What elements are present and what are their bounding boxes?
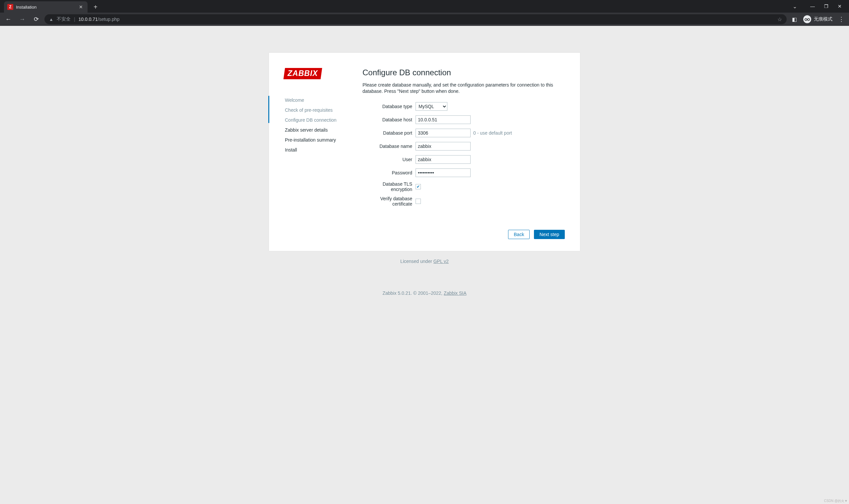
setup-main: Configure DB connection Please create da… <box>362 68 565 239</box>
setup-sidebar: ZABBIX Welcome Check of pre-requisites C… <box>284 68 349 239</box>
back-button[interactable]: Back <box>508 230 530 239</box>
row-db-port: Database port 0 - use default port <box>362 128 565 138</box>
license-link[interactable]: GPL v2 <box>433 259 449 264</box>
browser-tab-strip: Z Installation ✕ + ⌄ ― ❐ ✕ <box>0 0 849 13</box>
step-summary: Pre-installation summary <box>285 135 349 145</box>
row-db-type: Database type MySQL <box>362 102 565 111</box>
footer-prefix: Zabbix 5.0.21. © 2001–2022, <box>382 290 444 296</box>
side-panel-icon[interactable]: ◧ <box>789 14 799 24</box>
row-db-name: Database name <box>362 142 565 151</box>
label-user: User <box>362 157 416 162</box>
nav-back-button[interactable]: ← <box>3 14 14 25</box>
page-viewport[interactable]: ZABBIX Welcome Check of pre-requisites C… <box>0 26 849 504</box>
row-tls: Database TLS encryption <box>362 181 565 192</box>
nav-reload-button[interactable]: ⟳ <box>31 14 42 25</box>
row-db-host: Database host <box>362 115 565 124</box>
verify-cert-checkbox[interactable] <box>416 199 421 204</box>
svg-point-1 <box>808 19 810 21</box>
db-name-input[interactable] <box>416 142 471 150</box>
nav-forward-button[interactable]: → <box>17 14 28 25</box>
incognito-label: 无痕模式 <box>814 16 832 22</box>
tab-title: Installation <box>16 5 78 10</box>
db-host-input[interactable] <box>416 115 471 124</box>
insecure-warning-icon: ▲ <box>49 17 53 22</box>
tab-search-icon[interactable]: ⌄ <box>793 3 797 10</box>
step-install: Install <box>285 145 349 155</box>
step-db-connection[interactable]: Configure DB connection <box>285 115 349 125</box>
db-password-input[interactable] <box>416 168 471 177</box>
incognito-indicator[interactable]: 无痕模式 <box>802 15 834 23</box>
page-heading: Configure DB connection <box>362 68 565 77</box>
license-prefix: Licensed under <box>400 259 433 264</box>
svg-point-0 <box>805 19 807 21</box>
step-server-details: Zabbix server details <box>285 125 349 135</box>
label-db-port: Database port <box>362 130 416 136</box>
wizard-actions: Back Next step <box>362 230 565 239</box>
next-step-button[interactable]: Next step <box>534 230 565 239</box>
row-user: User <box>362 155 565 164</box>
page-description: Please create database manually, and set… <box>362 82 565 94</box>
url-path: /setup.php <box>98 17 120 22</box>
step-prerequisites[interactable]: Check of pre-requisites <box>285 105 349 115</box>
label-tls: Database TLS encryption <box>362 181 416 192</box>
close-tab-icon[interactable]: ✕ <box>78 4 84 10</box>
step-progress-marker <box>268 96 269 123</box>
tls-checkbox[interactable] <box>416 184 421 189</box>
footer-line: Zabbix 5.0.21. © 2001–2022, Zabbix SIA <box>0 290 849 302</box>
step-welcome[interactable]: Welcome <box>285 95 349 105</box>
browser-tab[interactable]: Z Installation ✕ <box>4 1 88 13</box>
setup-card: ZABBIX Welcome Check of pre-requisites C… <box>269 52 580 251</box>
row-verify-cert: Verify database certificate <box>362 196 565 206</box>
tab-favicon: Z <box>7 4 13 10</box>
db-user-input[interactable] <box>416 155 471 164</box>
footer-link[interactable]: Zabbix SIA <box>444 290 466 296</box>
label-verify-cert: Verify database certificate <box>362 196 416 206</box>
bookmark-star-icon[interactable]: ☆ <box>777 16 782 22</box>
security-label: 不安全 <box>57 16 71 22</box>
db-port-input[interactable] <box>416 129 471 137</box>
address-bar[interactable]: ▲ 不安全 | 10.0.0.71/setup.php ☆ <box>44 14 787 24</box>
db-type-select[interactable]: MySQL <box>416 102 447 111</box>
window-minimize-icon[interactable]: ― <box>810 4 815 9</box>
label-db-name: Database name <box>362 144 416 149</box>
label-db-type: Database type <box>362 104 416 109</box>
license-line: Licensed under GPL v2 <box>0 259 849 264</box>
window-maximize-icon[interactable]: ❐ <box>824 4 828 9</box>
separator: | <box>74 17 75 22</box>
window-controls: ⌄ ― ❐ ✕ <box>793 0 849 13</box>
browser-toolbar: ← → ⟳ ▲ 不安全 | 10.0.0.71/setup.php ☆ ◧ 无痕… <box>0 13 849 26</box>
row-password: Password <box>362 168 565 177</box>
label-db-host: Database host <box>362 117 416 122</box>
new-tab-button[interactable]: + <box>91 2 100 12</box>
db-port-hint: 0 - use default port <box>473 130 512 136</box>
zabbix-logo: ZABBIX <box>284 68 322 79</box>
url-host: 10.0.0.71 <box>78 17 98 22</box>
setup-steps-list: Welcome Check of pre-requisites Configur… <box>284 95 349 155</box>
window-close-icon[interactable]: ✕ <box>838 4 842 9</box>
incognito-icon <box>803 15 811 23</box>
browser-menu-icon[interactable]: ⋮ <box>836 16 846 23</box>
label-password: Password <box>362 170 416 175</box>
